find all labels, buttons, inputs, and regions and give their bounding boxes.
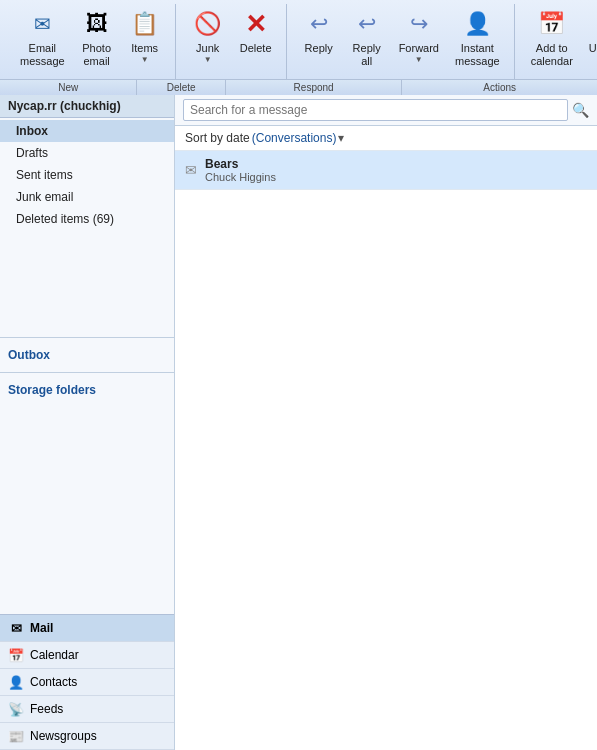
nav-calendar-label: Calendar: [30, 648, 79, 662]
delete-icon: ✕: [240, 8, 272, 40]
sidebar-divider-1: [0, 337, 174, 338]
sort-label: Sort by date: [185, 131, 250, 145]
sort-conversations-link[interactable]: (Conversations): [252, 131, 337, 145]
items-icon: 📋: [129, 8, 161, 40]
reply-icon: ↩: [303, 8, 335, 40]
unread-read-label: Unread/read: [589, 42, 597, 68]
sidebar-spacer: [0, 403, 174, 614]
message-envelope-icon: ✉: [185, 162, 197, 178]
reply-label: Reply: [305, 42, 333, 55]
instant-message-button[interactable]: 👤 Instantmessage: [449, 4, 506, 72]
ribbon: ✉ Emailmessage 🖼 Photoemail 📋 Items ▼ 🚫 …: [0, 0, 597, 95]
search-bar: 🔍: [175, 95, 597, 126]
feeds-nav-icon: 📡: [8, 701, 24, 717]
reply-all-icon: ↩: [351, 8, 383, 40]
email-icon: ✉: [26, 8, 58, 40]
folder-sent-items[interactable]: Sent items: [0, 164, 174, 186]
photo-icon: 🖼: [81, 8, 113, 40]
nav-feeds[interactable]: 📡 Feeds: [0, 696, 174, 723]
reply-button[interactable]: ↩ Reply: [297, 4, 341, 59]
add-to-calendar-button[interactable]: 📅 Add tocalendar: [525, 4, 579, 72]
nav-mail[interactable]: ✉ Mail: [0, 615, 174, 642]
delete-label: Delete: [240, 42, 272, 55]
group-label-actions: Actions: [402, 80, 597, 95]
main-layout: Nycap.rr (chuckhig) Inbox Drafts Sent it…: [0, 95, 597, 750]
photo-email-label: Photoemail: [82, 42, 111, 68]
items-label: Items: [131, 42, 158, 55]
add-to-calendar-label: Add tocalendar: [531, 42, 573, 68]
sort-bar: Sort by date (Conversations) ▾: [175, 126, 597, 151]
nav-bar: ✉ Mail 📅 Calendar 👤 Contacts 📡 Feeds 📰 N…: [0, 614, 174, 750]
delete-button[interactable]: ✕ Delete: [234, 4, 278, 59]
ribbon-group-actions: 📅 Add tocalendar ✉ Unread/read 📁 Moveto …: [517, 4, 597, 79]
ribbon-group-new: ✉ Emailmessage 🖼 Photoemail 📋 Items ▼: [6, 4, 176, 79]
content-area: 🔍 Sort by date (Conversations) ▾ ✉ Bears…: [175, 95, 597, 750]
sidebar-divider-2: [0, 372, 174, 373]
account-label: Nycap.rr (chuckhig): [0, 95, 174, 118]
calendar-icon: 📅: [536, 8, 568, 40]
mail-nav-icon: ✉: [8, 620, 24, 636]
instant-message-label: Instantmessage: [455, 42, 500, 68]
photo-email-button[interactable]: 🖼 Photoemail: [75, 4, 119, 72]
nav-newsgroups-label: Newsgroups: [30, 729, 97, 743]
folder-drafts[interactable]: Drafts: [0, 142, 174, 164]
new-email-label: Emailmessage: [20, 42, 65, 68]
junk-icon: 🚫: [192, 8, 224, 40]
new-email-button[interactable]: ✉ Emailmessage: [14, 4, 71, 72]
search-input[interactable]: [183, 99, 568, 121]
folder-junk-email[interactable]: Junk email: [0, 186, 174, 208]
instant-message-icon: 👤: [461, 8, 493, 40]
folder-inbox[interactable]: Inbox: [0, 120, 174, 142]
reply-all-label: Replyall: [353, 42, 381, 68]
message-subject: Chuck Higgins: [205, 171, 276, 183]
nav-newsgroups[interactable]: 📰 Newsgroups: [0, 723, 174, 750]
nav-feeds-label: Feeds: [30, 702, 63, 716]
ribbon-group-respond: ↩ Reply ↩ Replyall ↪ Forward ▼ 👤 Instant…: [289, 4, 515, 79]
ribbon-labels: New Delete Respond Actions: [0, 79, 597, 95]
table-row[interactable]: ✉ Bears Chuck Higgins: [175, 151, 597, 190]
message-info: Bears Chuck Higgins: [205, 157, 276, 183]
ribbon-group-delete: 🚫 Junk ▼ ✕ Delete: [178, 4, 287, 79]
forward-icon: ↪: [403, 8, 435, 40]
contacts-nav-icon: 👤: [8, 674, 24, 690]
newsgroups-nav-icon: 📰: [8, 728, 24, 744]
nav-contacts-label: Contacts: [30, 675, 77, 689]
nav-mail-label: Mail: [30, 621, 53, 635]
storage-label[interactable]: Storage folders: [0, 377, 174, 403]
reply-all-button[interactable]: ↩ Replyall: [345, 4, 389, 72]
junk-button[interactable]: 🚫 Junk ▼: [186, 4, 230, 68]
group-label-new: New: [0, 80, 137, 95]
message-from: Bears: [205, 157, 276, 171]
group-label-respond: Respond: [226, 80, 402, 95]
items-button[interactable]: 📋 Items ▼: [123, 4, 167, 68]
ribbon-toolbar: ✉ Emailmessage 🖼 Photoemail 📋 Items ▼ 🚫 …: [0, 0, 597, 79]
group-label-delete: Delete: [137, 80, 226, 95]
sort-arrow[interactable]: ▾: [338, 131, 344, 145]
junk-label: Junk: [196, 42, 219, 55]
sidebar: Nycap.rr (chuckhig) Inbox Drafts Sent it…: [0, 95, 175, 750]
outbox-label[interactable]: Outbox: [0, 342, 174, 368]
nav-calendar[interactable]: 📅 Calendar: [0, 642, 174, 669]
folder-deleted-items[interactable]: Deleted items (69): [0, 208, 174, 230]
folder-list: Inbox Drafts Sent items Junk email Delet…: [0, 118, 174, 333]
forward-label: Forward: [399, 42, 439, 55]
junk-dropdown-arrow: ▼: [204, 55, 212, 64]
unread-read-button[interactable]: ✉ Unread/read: [583, 4, 597, 72]
items-dropdown-arrow: ▼: [141, 55, 149, 64]
actions-large-buttons: 📅 Add tocalendar ✉ Unread/read 📁 Moveto: [525, 4, 597, 72]
forward-button[interactable]: ↪ Forward ▼: [393, 4, 445, 68]
forward-dropdown-arrow: ▼: [415, 55, 423, 64]
message-list: ✉ Bears Chuck Higgins: [175, 151, 597, 750]
search-icon[interactable]: 🔍: [572, 102, 589, 118]
nav-contacts[interactable]: 👤 Contacts: [0, 669, 174, 696]
unread-icon: ✉: [592, 8, 597, 40]
calendar-nav-icon: 📅: [8, 647, 24, 663]
